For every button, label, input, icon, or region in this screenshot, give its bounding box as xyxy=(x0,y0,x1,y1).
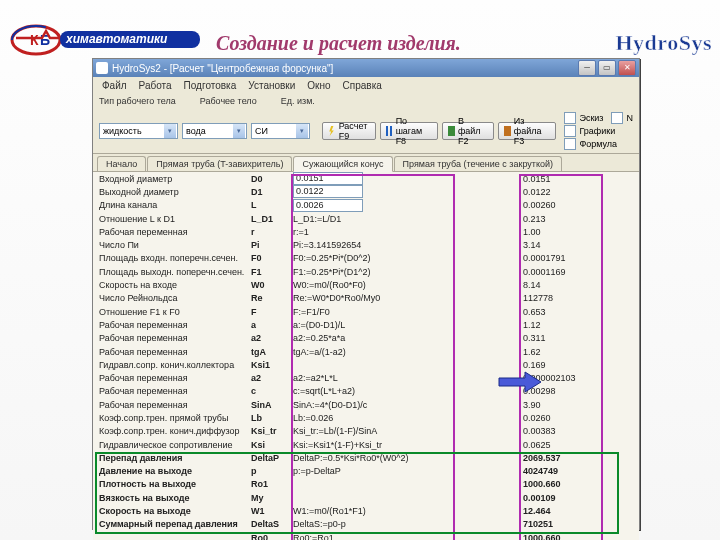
data-row: Площадь выходн. поперечн.сечен.F1F1:=0.2… xyxy=(93,265,639,278)
menu-work[interactable]: Работа xyxy=(134,79,177,92)
select-worktype2[interactable]: вода xyxy=(182,123,247,139)
param-symbol: W1 xyxy=(251,506,293,516)
data-row: Плотность на выходеRo11000.660 xyxy=(93,478,639,491)
formula-cell: F1:=0.25*Pi*(D1^2) xyxy=(293,267,371,277)
param-name: Рабочая переменная xyxy=(99,333,251,343)
param-name: Давление на выходе xyxy=(99,466,251,476)
param-value: 0.0260 xyxy=(453,413,639,423)
param-value: 0.0625 xyxy=(453,440,639,450)
param-name: Отношение F1 к F0 xyxy=(99,307,251,317)
param-value: 0.00383 xyxy=(453,426,639,436)
data-row: Отношение L к D1L_D1L_D1:=L/D10.213 xyxy=(93,212,639,225)
formula-cell: W0:=m0/(Ro0*F0) xyxy=(293,280,366,290)
param-symbol: DeltaP xyxy=(251,453,293,463)
param-name: Рабочая переменная xyxy=(99,400,251,410)
param-value: 1.62 xyxy=(453,347,639,357)
select-worktype[interactable]: жидкость xyxy=(99,123,178,139)
data-row: Вязкость на выходеMy0.00109 xyxy=(93,491,639,504)
param-value: 0.0151 xyxy=(453,174,639,184)
chk-n[interactable]: N xyxy=(611,112,633,124)
formula-cell: DeltaP:=0.5*Ksi*Ro0*(W0^2) xyxy=(293,453,409,463)
close-button[interactable]: ✕ xyxy=(618,60,636,76)
param-formula: DeltaP:=0.5*Ksi*Ro0*(W0^2) xyxy=(293,453,453,463)
label-worktype2: Рабочее тело xyxy=(200,96,257,106)
param-value: 0.653 xyxy=(453,307,639,317)
menu-window[interactable]: Окно xyxy=(302,79,335,92)
menu-help[interactable]: Справка xyxy=(338,79,387,92)
formula-cell: a2:=a2*L*L xyxy=(293,373,338,383)
chk-graphs[interactable]: Графики xyxy=(564,125,633,137)
step-button[interactable]: По шагам F8 xyxy=(380,122,438,140)
param-name: Вязкость на выходе xyxy=(99,493,251,503)
param-value: 0.0122 xyxy=(453,187,639,197)
tab-pipe1[interactable]: Прямая труба (T-завихритель) xyxy=(147,156,292,171)
formula-cell: L_D1:=L/D1 xyxy=(293,214,341,224)
slide-title: Создание и расчет изделия. xyxy=(216,32,461,55)
param-value: 2069.537 xyxy=(453,453,639,463)
param-formula: 0.0151 xyxy=(293,172,453,185)
param-value: 0.213 xyxy=(453,214,639,224)
data-row: Суммарный перепад давленияDeltaSDeltaS:=… xyxy=(93,518,639,531)
data-row: Гидравл.сопр. конич.коллектораKsi10.169 xyxy=(93,358,639,371)
param-symbol: a2 xyxy=(251,333,293,343)
fromfile-button[interactable]: Из файла F3 xyxy=(498,122,557,140)
tab-pipe2[interactable]: Прямая труба (течение с закруткой) xyxy=(394,156,562,171)
param-formula: DeltaS:=p0-p xyxy=(293,519,453,529)
formula-cell: Ksi_tr:=Lb/(1-F)/SinA xyxy=(293,426,377,436)
maximize-button[interactable]: ▭ xyxy=(598,60,616,76)
value-input[interactable]: 0.0026 xyxy=(293,199,363,212)
param-symbol: r xyxy=(251,227,293,237)
param-name: Рабочая переменная xyxy=(99,227,251,237)
param-symbol: p xyxy=(251,466,293,476)
data-row: Рабочая переменнаяtgAtgA:=a/(1-a2)1.62 xyxy=(93,345,639,358)
chk-formula[interactable]: Формула xyxy=(564,138,633,150)
param-value: 3.14 xyxy=(453,240,639,250)
formula-cell: F:=F1/F0 xyxy=(293,307,330,317)
titlebar: HydroSys2 - [Расчет "Центробежная форсун… xyxy=(93,59,639,77)
data-row: Скорость на выходеW1W1:=m0/(Ro1*F1)12.46… xyxy=(93,504,639,517)
data-grid: Входной диаметрD00.01510.0151Выходной ди… xyxy=(93,172,639,540)
param-symbol: F1 xyxy=(251,267,293,277)
param-value: 0.169 xyxy=(453,360,639,370)
param-symbol: c xyxy=(251,386,293,396)
param-name: Коэф.сопр.трен. прямой трубы xyxy=(99,413,251,423)
menu-file[interactable]: Файл xyxy=(97,79,132,92)
brand-label: HydroSys xyxy=(615,30,712,56)
menu-prepare[interactable]: Подготовка xyxy=(179,79,242,92)
param-formula: Re:=W0*D0*Ro0/My0 xyxy=(293,293,453,303)
tabs: Начало Прямая труба (T-завихритель) Сужа… xyxy=(93,154,639,172)
param-name: Гидравлическое сопротивление xyxy=(99,440,251,450)
param-name: Суммарный перепад давления xyxy=(99,519,251,529)
select-units[interactable]: СИ xyxy=(251,123,310,139)
value-input[interactable]: 0.0151 xyxy=(293,172,363,185)
tab-cone[interactable]: Сужающийся конус xyxy=(293,156,392,172)
param-formula: F1:=0.25*Pi*(D1^2) xyxy=(293,267,453,277)
calc-button[interactable]: Расчет F9 xyxy=(322,122,376,140)
param-symbol: L_D1 xyxy=(251,214,293,224)
data-row: Число РейнольдсаReRe:=W0*D0*Ro0/My011277… xyxy=(93,292,639,305)
param-value: 0.000002103 xyxy=(453,373,639,383)
param-symbol: Ksi1 xyxy=(251,360,293,370)
param-formula: SinA:=4*(D0-D1)/c xyxy=(293,400,453,410)
tofile-button[interactable]: В файл F2 xyxy=(442,122,494,140)
svg-text:К: К xyxy=(30,32,39,48)
data-row: Рабочая переменнаяa2a2:=a2*L*L0.00000210… xyxy=(93,371,639,384)
data-row: Рабочая переменнаяaa:=(D0-D1)/L1.12 xyxy=(93,318,639,331)
param-formula: Ro0:=Ro1 xyxy=(293,533,453,540)
tab-start[interactable]: Начало xyxy=(97,156,146,171)
value-input[interactable]: 0.0122 xyxy=(293,185,363,198)
minimize-button[interactable]: ─ xyxy=(578,60,596,76)
param-symbol: DeltaS xyxy=(251,519,293,529)
param-value: 710251 xyxy=(453,519,639,529)
param-symbol: a xyxy=(251,320,293,330)
param-name: Входной диаметр xyxy=(99,174,251,184)
chk-sketch[interactable]: Эскиз xyxy=(564,112,603,124)
data-row: Рабочая переменнаяa2a2:=0.25*a*a0.311 xyxy=(93,332,639,345)
data-row: Коэф.сопр.трен. прямой трубыLbLb:=0.0260… xyxy=(93,411,639,424)
param-name: Рабочая переменная xyxy=(99,347,251,357)
label-units: Ед. изм. xyxy=(281,96,315,106)
menu-settings[interactable]: Установки xyxy=(243,79,300,92)
param-symbol: Lb xyxy=(251,413,293,423)
formula-cell: SinA:=4*(D0-D1)/c xyxy=(293,400,367,410)
param-formula: tgA:=a/(1-a2) xyxy=(293,347,453,357)
